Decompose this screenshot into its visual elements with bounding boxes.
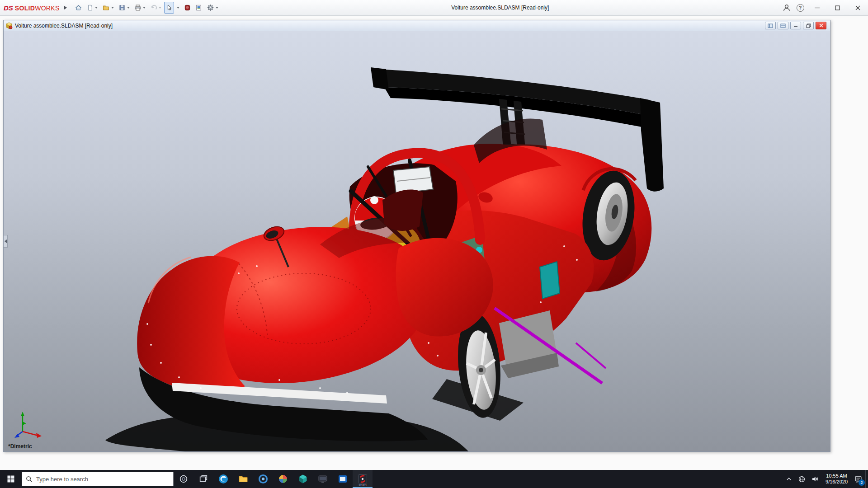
maximize-icon bbox=[835, 5, 840, 10]
document-window-controls bbox=[765, 22, 828, 29]
undo-button[interactable] bbox=[148, 2, 163, 14]
browser-ring-icon bbox=[258, 474, 269, 484]
undo-icon bbox=[150, 4, 157, 11]
resources-icon bbox=[184, 4, 191, 11]
view-orientation-label: *Dimetric bbox=[8, 443, 32, 450]
network-tray-button[interactable] bbox=[795, 470, 808, 488]
cortana-button[interactable] bbox=[174, 470, 193, 488]
select-tool-button[interactable] bbox=[164, 2, 174, 14]
close-button[interactable] bbox=[848, 0, 868, 16]
collapse-arrow-icon bbox=[5, 239, 7, 243]
dropdown-caret-icon[interactable] bbox=[216, 7, 218, 9]
home-button[interactable] bbox=[73, 2, 84, 14]
document-title: Voiture assomblee.SLDASM [Read-only] bbox=[15, 23, 765, 29]
dassault-systemes-icon: DS bbox=[4, 4, 13, 12]
clock-date: 9/16/2020 bbox=[826, 479, 848, 485]
media-window-icon bbox=[337, 474, 348, 484]
solidworks-year-label: 2020 bbox=[353, 483, 373, 487]
document-window: Voiture assomblee.SLDASM [Read-only] bbox=[3, 20, 830, 452]
volume-tray-button[interactable] bbox=[808, 470, 822, 488]
maximize-button[interactable] bbox=[827, 0, 848, 16]
doc-close-button[interactable] bbox=[816, 22, 826, 29]
viewport-canvas[interactable]: *Dimetric bbox=[4, 31, 830, 451]
app-title-bar: DS SOLID WORKS Voiture assomble bbox=[0, 0, 868, 16]
tray-expand-button[interactable] bbox=[783, 470, 795, 488]
close-icon bbox=[855, 5, 860, 10]
search-input[interactable] bbox=[36, 476, 170, 483]
select-tool-flyout[interactable] bbox=[175, 2, 181, 14]
pane-splitter-handle[interactable] bbox=[4, 235, 8, 248]
account-button[interactable] bbox=[780, 2, 793, 14]
solidworks-app-button[interactable]: 2020 bbox=[353, 470, 373, 488]
x-axis-arrow bbox=[36, 433, 42, 438]
orientation-triad[interactable] bbox=[12, 408, 45, 441]
media-app-button[interactable] bbox=[333, 470, 353, 488]
car-3d-model bbox=[4, 31, 830, 451]
doc-next-window-button[interactable] bbox=[778, 22, 788, 29]
help-button[interactable]: ? bbox=[793, 2, 807, 14]
teal-side-window bbox=[540, 262, 560, 299]
window-title: Voiture assomblee.SLDASM [Read-only] bbox=[221, 5, 780, 11]
action-center-button[interactable]: 2 bbox=[851, 470, 865, 488]
design-binder-icon bbox=[195, 4, 202, 11]
print-button[interactable] bbox=[132, 2, 147, 14]
minimize-button[interactable] bbox=[807, 0, 827, 16]
edge-icon bbox=[218, 474, 229, 484]
browser-ring-button[interactable] bbox=[253, 470, 273, 488]
taskbar-search-box[interactable] bbox=[22, 472, 174, 486]
task-view-button[interactable] bbox=[193, 470, 213, 488]
new-document-icon bbox=[87, 4, 94, 11]
photos-app-button[interactable] bbox=[273, 470, 293, 488]
cortana-icon bbox=[179, 474, 189, 484]
dropdown-caret-icon[interactable] bbox=[177, 7, 179, 9]
home-icon bbox=[75, 4, 82, 11]
resources-button[interactable] bbox=[182, 2, 193, 14]
open-button[interactable] bbox=[100, 2, 116, 14]
dropdown-caret-icon[interactable] bbox=[143, 7, 146, 9]
user-icon bbox=[783, 4, 791, 12]
clock-time: 10:55 AM bbox=[826, 473, 847, 479]
appbar-right-controls: ? bbox=[780, 0, 868, 16]
dropdown-caret-icon[interactable] bbox=[159, 7, 161, 9]
speaker-icon bbox=[811, 475, 819, 483]
minimize-icon bbox=[815, 5, 820, 10]
close-icon bbox=[819, 23, 823, 28]
dropdown-caret-icon[interactable] bbox=[111, 7, 114, 9]
solidworks-logo[interactable]: DS SOLID WORKS bbox=[4, 4, 60, 12]
show-desktop-button[interactable] bbox=[865, 470, 868, 488]
window-pane-icon bbox=[768, 23, 773, 28]
dropdown-caret-icon[interactable] bbox=[127, 7, 130, 9]
doc-minimize-button[interactable] bbox=[790, 22, 801, 29]
doc-previous-window-button[interactable] bbox=[765, 22, 776, 29]
display-app-button[interactable] bbox=[313, 470, 333, 488]
edge-browser-button[interactable] bbox=[213, 470, 233, 488]
menu-expand-arrow-icon[interactable] bbox=[62, 3, 69, 13]
options-button[interactable] bbox=[205, 2, 220, 14]
folder-icon bbox=[238, 474, 249, 484]
window-split-icon bbox=[780, 23, 786, 28]
windows-taskbar: 2020 10:55 AM 9/16/2020 2 bbox=[0, 470, 868, 488]
file-explorer-button[interactable] bbox=[233, 470, 253, 488]
windows-logo-icon bbox=[7, 475, 15, 483]
chevron-up-icon bbox=[785, 475, 793, 483]
network-globe-icon bbox=[798, 475, 806, 483]
3d-viewer-button[interactable] bbox=[293, 470, 313, 488]
save-button[interactable] bbox=[117, 2, 132, 14]
taskbar-clock[interactable]: 10:55 AM 9/16/2020 bbox=[822, 470, 851, 488]
doc-restore-button[interactable] bbox=[803, 22, 814, 29]
save-icon bbox=[118, 4, 126, 11]
new-document-button[interactable] bbox=[85, 2, 99, 14]
assembly-file-icon bbox=[5, 22, 13, 29]
restore-icon bbox=[806, 23, 811, 28]
document-title-bar[interactable]: Voiture assomblee.SLDASM [Read-only] bbox=[4, 20, 830, 31]
start-button[interactable] bbox=[0, 470, 22, 488]
photos-icon bbox=[278, 474, 288, 484]
dropdown-caret-icon[interactable] bbox=[95, 7, 98, 9]
y-axis-arrow bbox=[21, 412, 24, 416]
select-arrow-icon bbox=[166, 4, 172, 11]
print-icon bbox=[134, 4, 142, 11]
monitor-icon bbox=[317, 474, 328, 484]
3d-cube-icon bbox=[297, 474, 308, 484]
help-icon: ? bbox=[797, 4, 804, 12]
design-binder-button[interactable] bbox=[193, 2, 204, 14]
